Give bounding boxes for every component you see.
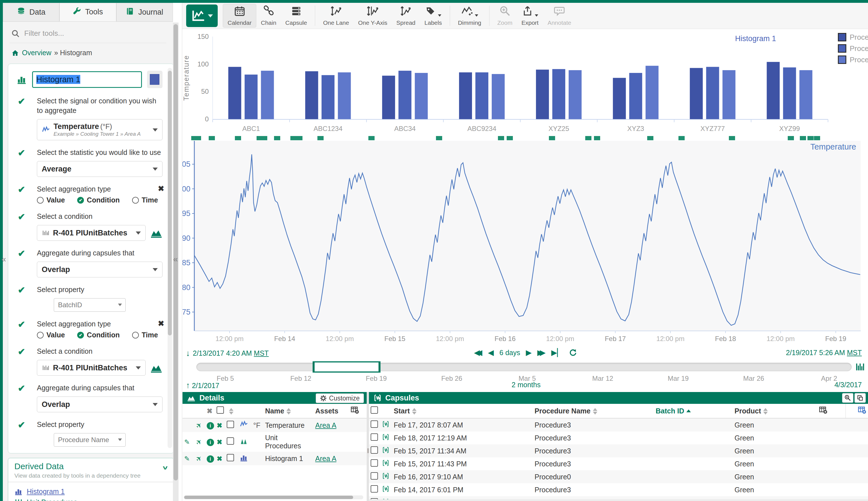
condition-select-1[interactable]: R-401 PIUnitBatches [37, 225, 146, 241]
capsule-row[interactable]: Feb 17, 2017 8:07 AMProcedure3Green [369, 418, 868, 431]
range-end-timestamp[interactable]: 2/19/2017 5:26 AM MST [786, 349, 862, 357]
derived-unit-procedures-link[interactable]: Unit Procedures [27, 498, 77, 501]
histogram-chart[interactable]: 150100500TemperatureABC1ABC1234ABC34ABC9… [182, 29, 868, 135]
hist-bar-ABC9234-Procedure1[interactable] [475, 72, 488, 119]
hist-bar-XYZ99-Procedure3[interactable] [799, 70, 812, 119]
info-icon[interactable]: i [207, 455, 214, 463]
step-back-full-icon[interactable]: ◀◀ [474, 348, 482, 357]
capsule-row[interactable]: Feb 14, 2017 6:01 PMProcedure3Green [369, 483, 868, 496]
property-select-2[interactable]: Procedure Name [54, 433, 126, 447]
details-name-header[interactable]: Name [263, 404, 313, 418]
view-histogram-icon[interactable] [150, 227, 162, 238]
hist-bar-XYZ777-Procedure3[interactable] [722, 70, 735, 119]
radio-value[interactable]: Value [37, 331, 65, 339]
filter-tools-input[interactable] [24, 29, 142, 38]
details-row-histogram-1[interactable]: ✎✈i✖Histogram 1Area A [182, 452, 367, 465]
row-checkbox[interactable] [371, 446, 378, 454]
add-column-icon[interactable] [351, 406, 359, 414]
tool-name-input[interactable]: Histogram 1 [32, 71, 142, 88]
row-checkbox[interactable] [371, 485, 378, 492]
hist-bar-ABC1234-Procedure3[interactable] [338, 72, 351, 119]
toolbar-labels-button[interactable]: Labels [420, 4, 447, 28]
tool-panel-scrollbar[interactable] [168, 68, 172, 448]
sort-icon[interactable] [412, 408, 417, 415]
asset-link[interactable]: Area A [315, 421, 336, 429]
refresh-icon[interactable] [569, 348, 577, 357]
hist-bar-XYZ3-Procedure0[interactable] [613, 78, 626, 119]
hist-bar-ABC1234-Procedure0[interactable] [305, 71, 318, 119]
hist-bar-ABC9234-Procedure3[interactable] [492, 74, 505, 119]
edit-icon[interactable]: ✎ [184, 455, 190, 463]
row-checkbox[interactable] [371, 434, 378, 441]
trend-chart[interactable]: 758085909510010512:00 pmFeb 1412:00 pmFe… [182, 135, 868, 347]
slider-right-handle[interactable] [378, 361, 381, 373]
hist-bar-XYZ3-Procedure1[interactable] [629, 73, 642, 119]
worksheet-view-button[interactable] [186, 4, 218, 27]
toolbar-one-y-axis-button[interactable]: One Y-Axis [353, 4, 392, 28]
hist-bar-XYZ3-Procedure3[interactable] [645, 66, 658, 119]
sort-icon[interactable] [593, 408, 597, 415]
capsules-start-header[interactable]: Start [392, 404, 533, 418]
add-property-column-icon[interactable] [858, 406, 866, 414]
collapse-panel-handle[interactable]: « [172, 253, 179, 265]
investigate-end[interactable]: 4/3/2017 [835, 381, 862, 389]
tab-data[interactable]: Data [3, 3, 60, 21]
add-column-icon[interactable] [819, 406, 827, 414]
hist-bar-ABC1-Procedure0[interactable] [228, 67, 242, 119]
investigate-start[interactable]: ↑ 2/1/2017 [186, 381, 219, 390]
hist-bar-XYZ99-Procedure0[interactable] [767, 62, 780, 119]
during-select-2[interactable]: Overlap [37, 396, 162, 412]
timeline-slider-track[interactable] [196, 363, 852, 371]
sort-icon[interactable] [763, 408, 768, 415]
collapse-sidebar-handle[interactable]: « [0, 253, 7, 265]
slider-capsule-icon[interactable] [855, 362, 865, 372]
panel-splitter[interactable]: ‖ [367, 392, 369, 501]
hist-bar-ABC9234-Procedure0[interactable] [459, 72, 472, 119]
chevron-down-icon[interactable]: v [163, 464, 168, 471]
toolbar-chain-button[interactable]: Chain [256, 4, 281, 28]
statistic-select[interactable]: Average [37, 161, 162, 177]
details-row-temperature[interactable]: ✈i✖°FTemperatureArea A [182, 418, 367, 432]
investigate-duration[interactable]: 2 months [498, 381, 554, 389]
radio-condition[interactable]: ✔Condition [77, 331, 120, 339]
tab-journal[interactable]: Journal [116, 3, 173, 21]
hist-bar-XYZ777-Procedure1[interactable] [706, 67, 719, 119]
edit-icon[interactable]: ✎ [184, 438, 190, 446]
timeline-slider-window[interactable] [313, 361, 381, 373]
radio-condition[interactable]: ✔Condition [77, 196, 120, 204]
row-checkbox[interactable] [227, 421, 234, 428]
derived-histogram-link[interactable]: Histogram 1 [27, 488, 65, 495]
hist-bar-XYZ25-Procedure0[interactable] [536, 70, 549, 119]
remove-icon[interactable]: ✖ [217, 422, 222, 429]
select-all-checkbox[interactable] [217, 406, 224, 414]
sort-icon[interactable] [287, 408, 291, 415]
capsule-time-toggle-button[interactable] [855, 393, 866, 403]
property-select-1[interactable]: BatchID [54, 298, 126, 312]
investigate-start-arrow-icon[interactable]: ↑ [186, 381, 190, 390]
row-checkbox[interactable] [371, 420, 378, 428]
hist-bar-ABC34-Procedure1[interactable] [398, 71, 411, 119]
hist-bar-XYZ25-Procedure1[interactable] [552, 69, 565, 119]
capsules-horizontal-scrollbar[interactable] [369, 499, 868, 501]
info-icon[interactable]: i [207, 422, 214, 429]
info-icon[interactable]: i [207, 439, 214, 446]
breadcrumb-overview-link[interactable]: Overview [22, 49, 51, 57]
hist-bar-ABC34-Procedure0[interactable] [382, 76, 395, 119]
slider-left-handle[interactable] [313, 361, 314, 373]
hist-bar-ABC1234-Procedure1[interactable] [322, 75, 335, 119]
toolbar-capsule-button[interactable]: Capsule [281, 4, 311, 28]
row-checkbox[interactable] [371, 459, 378, 467]
details-assets-header[interactable]: Assets [313, 404, 349, 418]
toolbar-one-lane-button[interactable]: One Lane [319, 4, 353, 28]
hist-bar-ABC34-Procedure3[interactable] [415, 73, 428, 119]
range-start-timestamp[interactable]: 2/13/2017 4:20 AM MST [193, 349, 269, 358]
send-to-trend-icon[interactable]: ✈ [194, 454, 204, 463]
sort-icon[interactable] [229, 408, 234, 415]
zoom-to-capsule-button[interactable] [842, 393, 853, 403]
remove-icon[interactable]: ✖ [217, 455, 222, 463]
toolbar-calendar-button[interactable]: Calendar [223, 4, 256, 28]
capsules-product-header[interactable]: Product [733, 404, 817, 418]
hist-bar-XYZ99-Procedure1[interactable] [783, 67, 796, 119]
range-duration-label[interactable]: 6 days [499, 349, 520, 357]
sort-ascending-icon[interactable] [686, 409, 691, 413]
